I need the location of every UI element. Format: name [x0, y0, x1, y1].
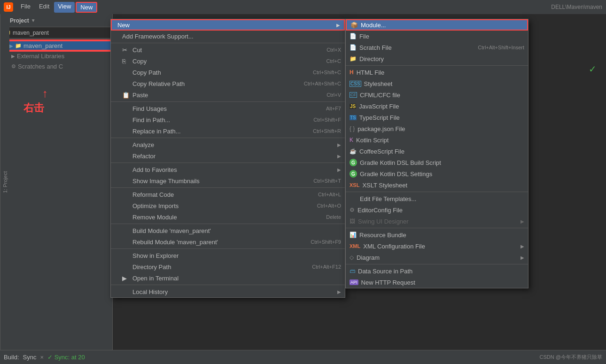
separator-2 [111, 101, 345, 102]
title-bar: IJ File Edit View New DELL\Maven\maven [0, 0, 606, 14]
kotlin-icon: K [350, 137, 353, 143]
menu-remove-module[interactable]: Remove Module Delete [111, 211, 345, 223]
submenu-gradle-build[interactable]: G Gradle Kotlin DSL Build Script [346, 157, 528, 168]
scratches-label: Scratches and C [18, 63, 63, 70]
submenu-edit-templates[interactable]: Edit File Templates... [346, 193, 528, 204]
menu-copy-relative-path[interactable]: Copy Relative Path Ctrl+Alt+Shift+C [111, 78, 345, 89]
arrow-annotation: ↑ [42, 87, 48, 100]
menu-thumbnails[interactable]: Show Image Thumbnails Ctrl+Shift+T [111, 175, 345, 186]
menu-favorites[interactable]: Add to Favorites ▶ [111, 164, 345, 175]
menu-optimize-imports[interactable]: Optimize Imports Ctrl+Alt+O [111, 200, 345, 211]
bottom-right-text: CSDN @今年不养猪只除草 [540, 354, 602, 361]
menu-directory-path[interactable]: Directory Path Ctrl+Alt+F12 [111, 261, 345, 272]
scratch-icon: 📄 [350, 44, 357, 51]
menu-add-framework[interactable]: Add Framework Support... [111, 31, 345, 42]
coffee-icon: ☕ [350, 148, 357, 155]
context-menu-container: New ▶ Add Framework Support... ✂ Cut Ctr… [110, 19, 345, 298]
analyze-arrow: ▶ [337, 142, 341, 147]
submenu-scratch[interactable]: 📄 Scratch File Ctrl+Alt+Shift+Insert [346, 42, 528, 53]
html-label: HTML File [357, 69, 384, 76]
swing-arrow: ▶ [521, 219, 524, 224]
separator-4 [111, 163, 345, 163]
submenu-editorconfig[interactable]: ⚙ EditorConfig File [346, 204, 528, 216]
menu-view[interactable]: View [54, 2, 75, 13]
menu-refactor[interactable]: Refactor ▶ [111, 150, 345, 162]
sub-separator-2 [346, 192, 528, 192]
menu-replace-path[interactable]: Replace in Path... Ctrl+Shift+R [111, 125, 345, 137]
scratch-shortcut: Ctrl+Alt+Shift+Insert [478, 45, 524, 50]
file-label: File [359, 33, 369, 40]
submenu-js[interactable]: JS JavaScript File [346, 101, 528, 112]
build-label: Build: [4, 354, 19, 361]
menu-open-terminal[interactable]: ▶ Open in Terminal [111, 272, 345, 284]
submenu-gradle-settings[interactable]: G Gradle Kotlin DSL Settings [346, 168, 528, 179]
menu-copy-path[interactable]: Copy Path Ctrl+Shift+C [111, 67, 345, 78]
directory-label: Directory [359, 55, 384, 62]
separator-1 [111, 43, 345, 43]
submenu-resource[interactable]: 📊 Resource Bundle [346, 229, 528, 240]
sync-close[interactable]: × [40, 354, 44, 361]
sub-separator-4 [346, 264, 528, 264]
menu-edit[interactable]: Edit [35, 2, 53, 13]
swing-label: Swing UI Designer [358, 218, 409, 225]
menu-local-history[interactable]: Local History ▶ [111, 286, 345, 297]
submenu-xslt[interactable]: XSL XSLT Stylesheet [346, 179, 528, 191]
submenu-cfml[interactable]: CF CFML/CFC file [346, 89, 528, 101]
tree-item-external-libs[interactable]: ▶ External Libraries [0, 51, 112, 61]
menu-build-module[interactable]: Build Module 'maven_parent' [111, 225, 345, 236]
cut-icon: ✂ [122, 46, 130, 54]
menu-show-explorer[interactable]: Show in Explorer [111, 250, 345, 261]
submenu-pkg[interactable]: { } package.json File [346, 123, 528, 134]
gradle-build-icon: G [350, 159, 357, 166]
kotlin-label: Kotlin Script [356, 137, 388, 144]
xslt-icon: XSL [350, 182, 359, 188]
dropdown-arrow[interactable]: ▼ [31, 18, 36, 23]
submenu-directory[interactable]: 📁 Directory [346, 53, 528, 64]
menu-copy[interactable]: ⎘ Copy Ctrl+C [111, 55, 345, 67]
menu-rebuild-module[interactable]: Rebuild Module 'maven_parent' Ctrl+Shift… [111, 236, 345, 248]
menu-file[interactable]: File [17, 2, 34, 13]
menu-bar: File Edit View New [17, 2, 97, 13]
menu-analyze[interactable]: Analyze ▶ [111, 139, 345, 150]
submenu-html[interactable]: H HTML File [346, 67, 528, 78]
menu-new[interactable]: New [76, 2, 97, 13]
tree-item-maven-parent[interactable]: ▶ 📁 maven_parent [0, 40, 112, 51]
xml-arrow: ▶ [521, 244, 524, 249]
sync-label[interactable]: Sync [23, 354, 37, 361]
menu-find-path[interactable]: Find in Path... Ctrl+Shift+F [111, 114, 345, 125]
submenu-css[interactable]: CSS Stylesheet [346, 78, 528, 89]
api-icon: API [350, 279, 358, 285]
menu-cut[interactable]: ✂ Cut Ctrl+X [111, 44, 345, 55]
gradle-settings-icon: G [350, 170, 357, 178]
submenu-datasource[interactable]: 🗃 Data Source in Path [346, 265, 528, 277]
sub-separator-1 [346, 65, 528, 66]
context-menu-new[interactable]: New ▶ [111, 19, 345, 31]
xml-label: XML Configuration File [363, 243, 425, 250]
menu-reformat[interactable]: Reformat Code Ctrl+Alt+L [111, 189, 345, 200]
submenu-http[interactable]: API New HTTP Request [346, 277, 528, 288]
submenu-file[interactable]: 📄 File [346, 31, 528, 42]
submenu-xml[interactable]: XML XML Configuration File ▶ [346, 240, 528, 252]
module-label: Module... [361, 22, 386, 29]
menu-paste[interactable]: 📋 Paste Ctrl+V [111, 89, 345, 101]
submenu-ts[interactable]: TS TypeScript File [346, 112, 528, 123]
submenu-diagram[interactable]: ◇ Diagram ▶ [346, 252, 528, 263]
terminal-icon: ▶ [122, 275, 130, 282]
submenu-coffee[interactable]: ☕ CoffeeScript File [346, 146, 528, 157]
cfml-icon: CF [350, 92, 357, 98]
ext-libs-icon: ▶ [11, 54, 15, 59]
tree-item-scratches[interactable]: ⚙ Scratches and C [0, 61, 112, 71]
submenu-kotlin[interactable]: K Kotlin Script [346, 134, 528, 146]
css-icon: CSS [350, 81, 361, 87]
datasource-label: Data Source in Path [358, 268, 412, 275]
project-header: ⊞ Project ▼ [0, 14, 112, 27]
menu-find-usages[interactable]: Find Usages Alt+F7 [111, 103, 345, 114]
submenu-module[interactable]: 📦 Module... [346, 19, 528, 31]
html-icon: H [350, 69, 354, 76]
diagram-label: Diagram [357, 254, 380, 261]
separator-3 [111, 138, 345, 138]
check-mark: ✓ [589, 63, 597, 75]
refactor-arrow: ▶ [337, 154, 341, 159]
submenu-swing[interactable]: 🖼 Swing UI Designer ▶ [346, 216, 528, 227]
cfml-label: CFML/CFC file [360, 92, 400, 99]
